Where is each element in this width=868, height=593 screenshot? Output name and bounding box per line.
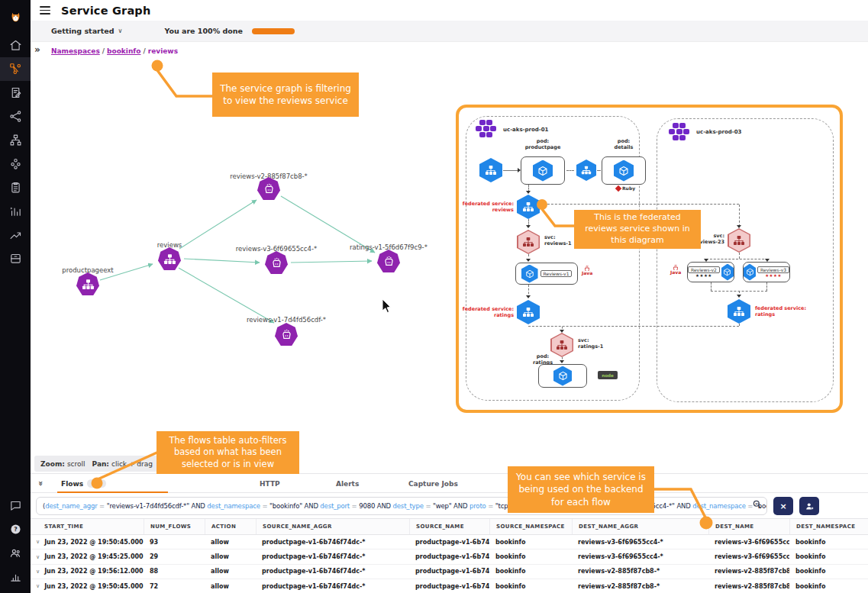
cluster-icon: [476, 120, 496, 137]
left-nav-sidebar: ?: [0, 0, 31, 593]
sidebar-item-topology[interactable]: [0, 128, 31, 152]
ruby-logo: Ruby: [616, 186, 635, 192]
callout-graph-filter: The service graph is filtering to view t…: [212, 73, 359, 117]
tab-flows[interactable]: Flows20: [61, 474, 106, 493]
cluster-name: uc-aks-prod-03: [696, 129, 741, 136]
sidebar-item-audit[interactable]: [0, 176, 31, 199]
row-expand-chevron[interactable]: ∨: [36, 569, 40, 575]
getting-started-menu[interactable]: Getting started: [51, 27, 115, 35]
dashed-connector: [528, 326, 739, 327]
col-dest-namespace[interactable]: DEST_NAMESPACE: [789, 519, 868, 534]
arrowhead: [526, 225, 531, 230]
java-logo: Java: [582, 265, 592, 276]
col-dest-name[interactable]: DEST_NAME: [708, 519, 789, 534]
java-logo: Java: [670, 264, 681, 276]
flows-filter-row: (dest_name_aggr = "reviews-v1-7d4fd56cdf…: [31, 493, 868, 518]
clear-filter-button[interactable]: ×: [773, 497, 793, 515]
bar-chart-icon: [9, 570, 22, 583]
breadcrumb-bookinfo[interactable]: bookinfo: [107, 47, 140, 55]
getting-started-bar: Getting started ∨ You are 100% done: [31, 21, 868, 42]
pod-hexagon-icon: [744, 264, 756, 281]
sidebar-item-home[interactable]: [0, 34, 31, 57]
cluster-box-prod03: [657, 118, 834, 402]
table-row[interactable]: ∨Jun 23, 2022 @ 19:45:25.00029allowprodu…: [31, 549, 868, 564]
service-graph-icon: [9, 63, 22, 76]
users-icon: [9, 546, 22, 559]
chevron-down-icon[interactable]: ∨: [118, 27, 123, 34]
home-icon: [9, 39, 22, 52]
sidebar-item-policies[interactable]: [0, 81, 31, 105]
federated-ratings-label: federated service:ratings: [755, 305, 816, 318]
tab-capture-jobs[interactable]: Capture Jobs: [408, 474, 458, 493]
pod-hexagon-icon: [533, 160, 553, 182]
table-row[interactable]: ∨Jun 23, 2022 @ 19:50:45.00072allowprodu…: [31, 579, 868, 593]
nodejs-logo: node: [598, 371, 618, 379]
dashed-connector: [706, 259, 768, 259]
sidebar-item-clusters[interactable]: [0, 152, 31, 176]
pod-hexagon-icon: [553, 366, 572, 386]
sidebar-item-service-graph[interactable]: [0, 57, 31, 81]
flows-table-body: ∨Jun 23, 2022 @ 19:50:45.00093allowprodu…: [31, 535, 868, 593]
col-source-name-aggr[interactable]: SOURCE_NAME_AGGR: [256, 519, 409, 534]
pod-productpage-label: pod:productpage: [520, 138, 566, 151]
col-num-flows[interactable]: NUM_FLOWS: [144, 519, 205, 534]
node-label: reviews-v1-7d4fd56cdf-*: [221, 316, 351, 324]
chart-stats-icon: [9, 205, 22, 218]
cluster-icon: [669, 123, 689, 140]
row-expand-chevron[interactable]: ∨: [36, 583, 40, 589]
sidebar-item-analytics[interactable]: [0, 565, 31, 588]
reviews-v2-tag: Reviews-v2: [688, 266, 720, 273]
expand-panel-icon[interactable]: »: [34, 44, 40, 55]
rating-stars: ★★★★: [765, 274, 782, 279]
tab-http[interactable]: HTTP: [260, 474, 280, 493]
table-row[interactable]: ∨Jun 23, 2022 @ 19:56:12.00088allowprodu…: [31, 565, 868, 579]
sidebar-item-chat[interactable]: [0, 494, 31, 517]
app-logo[interactable]: [0, 0, 31, 34]
reviews-v1-box: Reviews-v1: [515, 263, 578, 285]
federated-ratings-label: federated service:ratings: [460, 306, 514, 319]
sidebar-item-metrics[interactable]: [0, 199, 31, 223]
user-filter-button[interactable]: [799, 497, 819, 515]
sidebar-item-users[interactable]: [0, 541, 31, 565]
search-icon[interactable]: [753, 500, 762, 509]
callout-backend-service: You can see which service is being used …: [508, 466, 654, 513]
sidebar-item-archive[interactable]: [0, 247, 31, 270]
breadcrumb-namespaces[interactable]: Namespaces: [51, 47, 100, 55]
pod-details-box: [602, 156, 646, 185]
filter-query: (dest_name_aggr = "reviews-v1-7d4fd56cdf…: [43, 502, 767, 510]
collapse-panel-icon[interactable]: »: [36, 481, 46, 486]
col-source-namespace[interactable]: SOURCE_NAMESPACE: [489, 519, 572, 534]
sidebar-item-trends[interactable]: [0, 223, 31, 247]
federated-reviews-label: federated service:reviews: [460, 201, 514, 214]
table-row[interactable]: ∨Jun 23, 2022 @ 19:50:45.00093allowprodu…: [31, 535, 868, 549]
breadcrumb: Namespaces/bookinfo/reviews: [51, 47, 178, 55]
dashed-connector: [766, 282, 767, 291]
pod-productpage-box: [521, 156, 565, 185]
row-expand-chevron[interactable]: ∨: [36, 539, 40, 545]
dashed-connector: [739, 253, 740, 259]
arrowhead: [737, 295, 741, 300]
col-action[interactable]: ACTION: [205, 519, 256, 534]
hamburger-menu-icon[interactable]: [40, 5, 50, 16]
arrowhead: [526, 295, 531, 301]
flows-table-header: START_TIME NUM_FLOWS ACTION SOURCE_NAME_…: [31, 518, 868, 535]
reviews-v1-tag: Reviews-v1: [540, 270, 573, 277]
tab-alerts[interactable]: Alerts: [336, 474, 359, 493]
chat-bubble-icon: [9, 499, 22, 512]
share-network-icon: [9, 110, 22, 123]
sidebar-item-connections[interactable]: [0, 105, 31, 128]
col-dest-name-aggr[interactable]: DEST_NAME_AGGR: [572, 519, 708, 534]
rating-stars: ★★★★: [695, 274, 712, 279]
top-bar: Service Graph: [31, 0, 868, 21]
filter-query-input[interactable]: (dest_name_aggr = "reviews-v1-7d4fd56cdf…: [36, 497, 767, 515]
row-expand-chevron[interactable]: ∨: [36, 554, 40, 560]
clipboard-icon: [9, 181, 22, 194]
onboarding-progress-bar: [252, 28, 295, 34]
breadcrumb-reviews[interactable]: reviews: [148, 47, 178, 55]
sidebar-item-help[interactable]: ?: [0, 517, 31, 541]
pod-ratings-box: [538, 364, 587, 388]
col-source-name[interactable]: SOURCE_NAME: [409, 519, 489, 534]
col-start-time[interactable]: START_TIME: [31, 519, 144, 534]
reviews-v2-box: Reviews-v2 ★★★★: [687, 262, 734, 282]
svc-ratings-1-label: svc:ratings-1: [578, 337, 603, 350]
